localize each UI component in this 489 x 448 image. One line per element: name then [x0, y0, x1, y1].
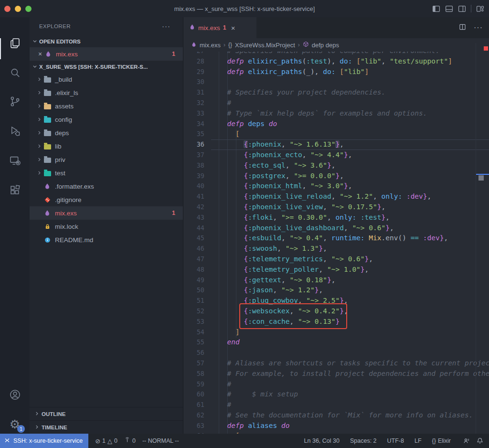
toggle-panel-icon[interactable]: [445, 5, 453, 13]
code-line-60[interactable]: 60 # $ mix setup: [183, 389, 489, 400]
tab-close-icon[interactable]: ×: [231, 24, 235, 32]
eol-setting[interactable]: LF: [415, 437, 422, 444]
tree-item-deps[interactable]: deps: [30, 126, 183, 139]
code-line-61[interactable]: 61 #: [183, 400, 489, 410]
vim-mode[interactable]: -- NORMAL --: [142, 437, 179, 444]
code-line-40[interactable]: 40 {:phoenix_html, "~> 3.0"},: [183, 181, 489, 192]
chevron-right-icon: [37, 90, 42, 95]
code-line-43[interactable]: 43 {:floki, ">= 0.30.0", only: :test},: [183, 213, 489, 223]
notifications-bell-icon[interactable]: [477, 437, 483, 444]
breadcrumb-module[interactable]: XSureWss.MixProject: [235, 42, 295, 49]
remote-indicator[interactable]: SSH: x-sure-ticker-service: [0, 434, 88, 448]
explorer-view-button[interactable]: [0, 32, 30, 56]
code-line-39[interactable]: 39 {:postgrex, ">= 0.0.0"},: [183, 171, 489, 181]
accounts-button[interactable]: [0, 383, 30, 408]
feedback-icon[interactable]: [463, 437, 470, 444]
tree-item-assets[interactable]: assets: [30, 99, 183, 113]
tree-item--build[interactable]: _build: [30, 73, 183, 86]
window-title: mix.exs — x_sure_wss [SSH: x-sure-ticker…: [0, 5, 489, 12]
editor-more-actions-icon[interactable]: ···: [474, 23, 483, 32]
layout-control-icon[interactable]: [476, 5, 484, 13]
indentation-setting[interactable]: Spaces: 2: [350, 437, 377, 444]
tree-item-mix-lock[interactable]: mix.lock: [30, 220, 183, 233]
ports-status[interactable]: 0: [124, 437, 136, 445]
code-line-34[interactable]: 34 defp deps do: [183, 119, 489, 129]
encoding-setting[interactable]: UTF-8: [387, 437, 404, 444]
code-editor[interactable]: 27 # Specifies which paths to compile pe…: [183, 52, 489, 434]
code-line-31[interactable]: 31 # Specifies your project dependencies…: [183, 87, 489, 98]
open-editors-section-header[interactable]: OPEN EDITORS: [30, 35, 183, 47]
folder-icon: [44, 77, 51, 83]
code-line-49[interactable]: 49 {:gettext, "~> 0.18"},: [183, 275, 489, 286]
code-line-46[interactable]: 46 {:swoosh, "~> 1.3"},: [183, 244, 489, 254]
folder-icon: [44, 158, 51, 163]
split-editor-icon[interactable]: [459, 23, 466, 32]
remote-explorer-view-button[interactable]: [0, 149, 30, 174]
workspace-section-header[interactable]: X_SURE_WSS [SSH: X-SURE-TICKER-S...: [30, 61, 183, 73]
code-line-56[interactable]: 56: [183, 348, 489, 358]
language-mode[interactable]: {} Elixir: [432, 437, 451, 444]
explorer-sidebar: EXPLORER ··· OPEN EDITORS × mix.exs 1 X_…: [30, 17, 183, 434]
traffic-light-close-button[interactable]: [4, 6, 11, 12]
search-view-button[interactable]: [0, 61, 30, 86]
code-line-32[interactable]: 32 #: [183, 98, 489, 108]
breadcrumb-file[interactable]: mix.exs: [200, 42, 221, 49]
toggle-sidebar-icon[interactable]: [432, 5, 440, 13]
line-number: 41: [183, 192, 204, 202]
outline-section-header[interactable]: OUTLINE: [30, 407, 183, 420]
tree-item--formatter-exs[interactable]: .formatter.exs: [30, 180, 183, 193]
code-line-36[interactable]: 36 {:phoenix, "~> 1.6.13"},: [183, 139, 489, 150]
scrollbar-thumb[interactable]: [478, 175, 484, 181]
code-line-47[interactable]: 47 {:telemetry_metrics, "~> 0.6"},: [183, 254, 489, 265]
close-icon[interactable]: ×: [36, 50, 44, 58]
tree-item--elixir-ls[interactable]: .elixir_ls: [30, 86, 183, 99]
code-line-38[interactable]: 38 {:ecto_sql, "~> 3.6"},: [183, 160, 489, 171]
tree-item-config[interactable]: config: [30, 113, 183, 126]
code-line-45[interactable]: 45 {:esbuild, "~> 0.4", runtime: Mix.env…: [183, 233, 489, 244]
code-line-42[interactable]: 42 {:phoenix_live_view, "~> 0.17.5"},: [183, 202, 489, 213]
settings-button[interactable]: ⚙ 1: [0, 412, 30, 437]
tree-item-mix-exs[interactable]: mix.exs1: [30, 206, 183, 220]
line-number: 35: [183, 129, 204, 139]
code-line-27[interactable]: 27 # Specifies which paths to compile pe…: [183, 52, 489, 56]
source-control-view-button[interactable]: [0, 90, 30, 115]
code-line-62[interactable]: 62 # See the documentation for `Mix` for…: [183, 410, 489, 421]
run-debug-view-button[interactable]: [0, 119, 30, 144]
code-line-33[interactable]: 33 # Type `mix help deps` for examples a…: [183, 108, 489, 119]
info-icon: [44, 237, 51, 243]
breadcrumb-symbol[interactable]: defp deps: [312, 42, 339, 49]
tree-item-test[interactable]: test: [30, 166, 183, 180]
code-line-29[interactable]: 29 defp elixirc_paths(_), do: ["lib"]: [183, 67, 489, 77]
code-line-28[interactable]: 28 defp elixirc_paths(:test), do: ["lib"…: [183, 56, 489, 67]
code-line-57[interactable]: 57 # Aliases are shortcuts or tasks spec…: [183, 358, 489, 369]
problems-status[interactable]: ⊘ 1 △ 0: [95, 437, 117, 444]
code-line-59[interactable]: 59 #: [183, 379, 489, 390]
line-number: 47: [183, 254, 204, 265]
code-text: {:phoenix_ecto, "~> 4.4"},: [219, 151, 352, 159]
traffic-light-zoom-button[interactable]: [25, 6, 32, 12]
code-line-37[interactable]: 37 {:phoenix_ecto, "~> 4.4"},: [183, 150, 489, 160]
code-line-44[interactable]: 44 {:phoenix_live_dashboard, "~> 0.6"},: [183, 223, 489, 234]
cursor-position[interactable]: Ln 36, Col 30: [304, 437, 340, 444]
code-line-41[interactable]: 41 {:phoenix_live_reload, "~> 1.2", only…: [183, 192, 489, 202]
tree-item-readme-md[interactable]: README.md: [30, 233, 183, 246]
code-text: {:telemetry_poller, "~> 1.0"},: [219, 266, 369, 273]
code-line-30[interactable]: 30: [183, 77, 489, 87]
code-line-35[interactable]: 35 [: [183, 129, 489, 139]
timeline-section-header[interactable]: TIMELINE: [30, 420, 183, 434]
code-line-63[interactable]: 63 defp aliases do: [183, 421, 489, 431]
explorer-more-actions-button[interactable]: ···: [162, 22, 170, 30]
code-line-58[interactable]: 58 # For example, to install project dep…: [183, 369, 489, 379]
tab-mix-exs[interactable]: mix.exs 1 ×: [183, 17, 256, 38]
extensions-view-button[interactable]: [0, 179, 30, 203]
titlebar: mix.exs — x_sure_wss [SSH: x-sure-ticker…: [0, 0, 489, 17]
traffic-light-minimize-button[interactable]: [15, 6, 21, 12]
code-line-55[interactable]: 55 end: [183, 337, 489, 348]
tree-item-lib[interactable]: lib: [30, 139, 183, 153]
tree-item-priv[interactable]: priv: [30, 153, 183, 166]
code-line-50[interactable]: 50 {:jason, "~> 1.2"},: [183, 285, 489, 296]
open-editor-item-mix-exs[interactable]: × mix.exs 1: [30, 47, 183, 61]
tree-item--gitignore[interactable]: .gitignore: [30, 193, 183, 206]
code-line-48[interactable]: 48 {:telemetry_poller, "~> 1.0"},: [183, 265, 489, 275]
toggle-secondary-sidebar-icon[interactable]: [458, 5, 466, 13]
